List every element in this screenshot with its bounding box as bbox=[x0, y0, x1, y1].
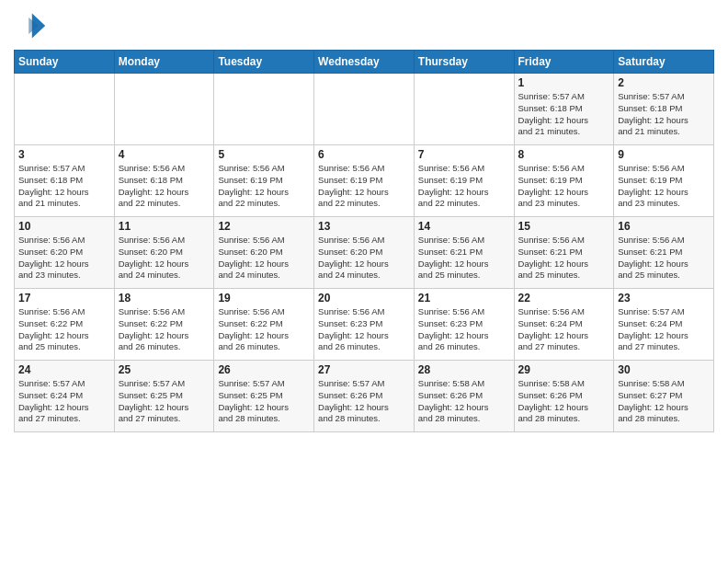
day-number: 23 bbox=[618, 292, 710, 304]
calendar-cell bbox=[214, 74, 314, 145]
day-header-thursday: Thursday bbox=[414, 51, 514, 74]
calendar-cell: 28Sunrise: 5:58 AM Sunset: 6:26 PM Dayli… bbox=[414, 361, 514, 432]
calendar-cell: 19Sunrise: 5:56 AM Sunset: 6:22 PM Dayli… bbox=[214, 289, 314, 361]
calendar-cell: 18Sunrise: 5:56 AM Sunset: 6:22 PM Dayli… bbox=[114, 289, 214, 361]
day-number: 3 bbox=[18, 148, 110, 161]
day-info: Sunrise: 5:58 AM Sunset: 6:26 PM Dayligh… bbox=[418, 378, 510, 425]
day-number: 8 bbox=[518, 148, 610, 161]
calendar-cell: 9Sunrise: 5:56 AM Sunset: 6:19 PM Daylig… bbox=[614, 145, 714, 217]
calendar-week-1: 1Sunrise: 5:57 AM Sunset: 6:18 PM Daylig… bbox=[15, 74, 714, 145]
calendar-cell: 27Sunrise: 5:57 AM Sunset: 6:26 PM Dayli… bbox=[314, 361, 415, 432]
calendar-cell: 26Sunrise: 5:57 AM Sunset: 6:25 PM Dayli… bbox=[214, 361, 314, 432]
day-info: Sunrise: 5:57 AM Sunset: 6:25 PM Dayligh… bbox=[119, 378, 210, 425]
day-number: 24 bbox=[18, 363, 110, 376]
calendar-cell: 14Sunrise: 5:56 AM Sunset: 6:21 PM Dayli… bbox=[414, 217, 514, 289]
day-info: Sunrise: 5:56 AM Sunset: 6:20 PM Dayligh… bbox=[119, 235, 210, 282]
calendar-cell: 21Sunrise: 5:56 AM Sunset: 6:23 PM Dayli… bbox=[414, 289, 514, 361]
day-number: 6 bbox=[318, 148, 410, 161]
calendar-cell: 12Sunrise: 5:56 AM Sunset: 6:20 PM Dayli… bbox=[214, 217, 314, 289]
day-number: 21 bbox=[418, 292, 510, 304]
calendar-week-4: 17Sunrise: 5:56 AM Sunset: 6:22 PM Dayli… bbox=[15, 289, 714, 361]
day-info: Sunrise: 5:56 AM Sunset: 6:22 PM Dayligh… bbox=[119, 306, 210, 353]
day-header-wednesday: Wednesday bbox=[314, 51, 415, 74]
day-info: Sunrise: 5:57 AM Sunset: 6:26 PM Dayligh… bbox=[318, 378, 410, 425]
calendar-header-row: SundayMondayTuesdayWednesdayThursdayFrid… bbox=[15, 51, 714, 74]
day-number: 2 bbox=[618, 76, 710, 89]
calendar-cell bbox=[314, 74, 415, 145]
calendar-cell bbox=[114, 74, 214, 145]
day-info: Sunrise: 5:58 AM Sunset: 6:27 PM Dayligh… bbox=[618, 378, 710, 425]
calendar-cell: 23Sunrise: 5:57 AM Sunset: 6:24 PM Dayli… bbox=[614, 289, 714, 361]
day-info: Sunrise: 5:56 AM Sunset: 6:22 PM Dayligh… bbox=[18, 306, 110, 353]
day-info: Sunrise: 5:56 AM Sunset: 6:23 PM Dayligh… bbox=[418, 306, 510, 353]
day-number: 18 bbox=[119, 292, 210, 304]
day-number: 15 bbox=[518, 220, 610, 233]
day-number: 25 bbox=[119, 363, 210, 376]
calendar-cell: 3Sunrise: 5:57 AM Sunset: 6:18 PM Daylig… bbox=[15, 145, 115, 217]
calendar-cell: 15Sunrise: 5:56 AM Sunset: 6:21 PM Dayli… bbox=[514, 217, 614, 289]
calendar-cell: 1Sunrise: 5:57 AM Sunset: 6:18 PM Daylig… bbox=[514, 74, 614, 145]
day-info: Sunrise: 5:56 AM Sunset: 6:21 PM Dayligh… bbox=[518, 235, 610, 282]
day-number: 17 bbox=[18, 292, 110, 304]
day-info: Sunrise: 5:57 AM Sunset: 6:18 PM Dayligh… bbox=[618, 91, 710, 138]
calendar-cell: 11Sunrise: 5:56 AM Sunset: 6:20 PM Dayli… bbox=[114, 217, 214, 289]
calendar: SundayMondayTuesdayWednesdayThursdayFrid… bbox=[14, 50, 714, 432]
calendar-cell: 7Sunrise: 5:56 AM Sunset: 6:19 PM Daylig… bbox=[414, 145, 514, 217]
day-info: Sunrise: 5:56 AM Sunset: 6:23 PM Dayligh… bbox=[318, 306, 410, 353]
day-number: 27 bbox=[318, 363, 410, 376]
day-number: 13 bbox=[318, 220, 410, 233]
logo bbox=[14, 9, 51, 42]
day-info: Sunrise: 5:56 AM Sunset: 6:19 PM Dayligh… bbox=[618, 163, 710, 210]
calendar-cell: 4Sunrise: 5:56 AM Sunset: 6:18 PM Daylig… bbox=[114, 145, 214, 217]
calendar-cell: 6Sunrise: 5:56 AM Sunset: 6:19 PM Daylig… bbox=[314, 145, 415, 217]
calendar-cell: 5Sunrise: 5:56 AM Sunset: 6:19 PM Daylig… bbox=[214, 145, 314, 217]
day-number: 1 bbox=[518, 76, 610, 89]
day-info: Sunrise: 5:58 AM Sunset: 6:26 PM Dayligh… bbox=[518, 378, 610, 425]
day-number: 14 bbox=[418, 220, 510, 233]
day-info: Sunrise: 5:57 AM Sunset: 6:18 PM Dayligh… bbox=[18, 163, 110, 210]
day-info: Sunrise: 5:56 AM Sunset: 6:19 PM Dayligh… bbox=[218, 163, 310, 210]
day-header-saturday: Saturday bbox=[614, 51, 714, 74]
day-info: Sunrise: 5:56 AM Sunset: 6:19 PM Dayligh… bbox=[318, 163, 410, 210]
day-number: 11 bbox=[119, 220, 210, 233]
day-number: 26 bbox=[218, 363, 310, 376]
day-info: Sunrise: 5:56 AM Sunset: 6:19 PM Dayligh… bbox=[518, 163, 610, 210]
day-info: Sunrise: 5:56 AM Sunset: 6:20 PM Dayligh… bbox=[18, 235, 110, 282]
day-number: 16 bbox=[618, 220, 710, 233]
day-number: 10 bbox=[18, 220, 110, 233]
calendar-cell: 10Sunrise: 5:56 AM Sunset: 6:20 PM Dayli… bbox=[15, 217, 115, 289]
day-number: 28 bbox=[418, 363, 510, 376]
day-info: Sunrise: 5:56 AM Sunset: 6:21 PM Dayligh… bbox=[618, 235, 710, 282]
calendar-cell: 13Sunrise: 5:56 AM Sunset: 6:20 PM Dayli… bbox=[314, 217, 415, 289]
day-info: Sunrise: 5:56 AM Sunset: 6:18 PM Dayligh… bbox=[119, 163, 210, 210]
day-number: 22 bbox=[518, 292, 610, 304]
calendar-cell: 20Sunrise: 5:56 AM Sunset: 6:23 PM Dayli… bbox=[314, 289, 415, 361]
calendar-cell: 22Sunrise: 5:56 AM Sunset: 6:24 PM Dayli… bbox=[514, 289, 614, 361]
header bbox=[14, 9, 714, 42]
day-number: 29 bbox=[518, 363, 610, 376]
day-info: Sunrise: 5:56 AM Sunset: 6:22 PM Dayligh… bbox=[218, 306, 310, 353]
day-info: Sunrise: 5:56 AM Sunset: 6:21 PM Dayligh… bbox=[418, 235, 510, 282]
day-number: 30 bbox=[618, 363, 710, 376]
calendar-cell: 24Sunrise: 5:57 AM Sunset: 6:24 PM Dayli… bbox=[15, 361, 115, 432]
calendar-cell: 25Sunrise: 5:57 AM Sunset: 6:25 PM Dayli… bbox=[114, 361, 214, 432]
calendar-cell: 29Sunrise: 5:58 AM Sunset: 6:26 PM Dayli… bbox=[514, 361, 614, 432]
calendar-week-5: 24Sunrise: 5:57 AM Sunset: 6:24 PM Dayli… bbox=[15, 361, 714, 432]
calendar-cell: 2Sunrise: 5:57 AM Sunset: 6:18 PM Daylig… bbox=[614, 74, 714, 145]
day-number: 12 bbox=[218, 220, 310, 233]
day-info: Sunrise: 5:56 AM Sunset: 6:19 PM Dayligh… bbox=[418, 163, 510, 210]
day-number: 9 bbox=[618, 148, 710, 161]
day-info: Sunrise: 5:57 AM Sunset: 6:18 PM Dayligh… bbox=[518, 91, 610, 138]
day-header-friday: Friday bbox=[514, 51, 614, 74]
day-info: Sunrise: 5:57 AM Sunset: 6:24 PM Dayligh… bbox=[618, 306, 710, 353]
day-number: 5 bbox=[218, 148, 310, 161]
day-number: 20 bbox=[318, 292, 410, 304]
calendar-week-2: 3Sunrise: 5:57 AM Sunset: 6:18 PM Daylig… bbox=[15, 145, 714, 217]
day-info: Sunrise: 5:56 AM Sunset: 6:20 PM Dayligh… bbox=[218, 235, 310, 282]
day-info: Sunrise: 5:56 AM Sunset: 6:24 PM Dayligh… bbox=[518, 306, 610, 353]
day-header-tuesday: Tuesday bbox=[214, 51, 314, 74]
day-number: 7 bbox=[418, 148, 510, 161]
day-info: Sunrise: 5:57 AM Sunset: 6:24 PM Dayligh… bbox=[18, 378, 110, 425]
calendar-cell: 8Sunrise: 5:56 AM Sunset: 6:19 PM Daylig… bbox=[514, 145, 614, 217]
calendar-cell: 17Sunrise: 5:56 AM Sunset: 6:22 PM Dayli… bbox=[15, 289, 115, 361]
